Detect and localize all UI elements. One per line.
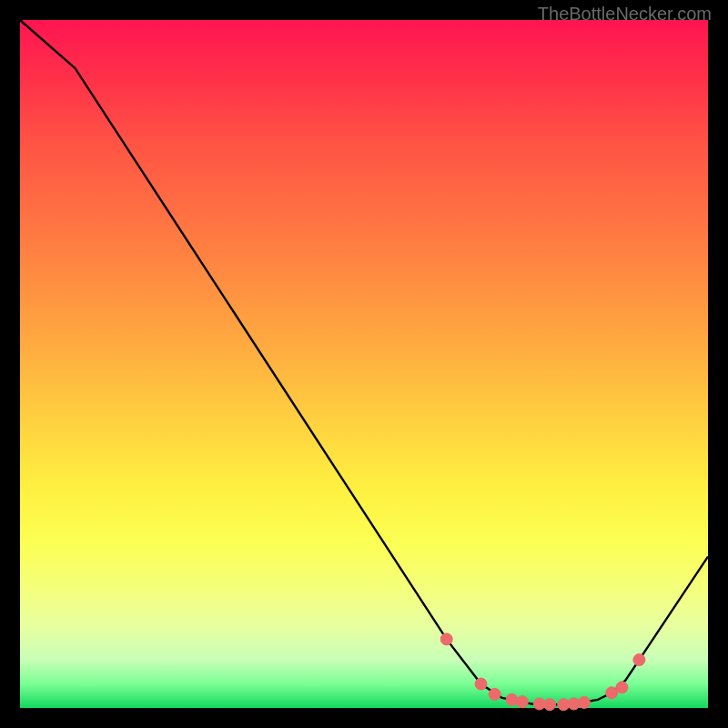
curve-marker — [489, 688, 500, 700]
curve-marker — [578, 696, 590, 708]
plot-area — [20, 20, 708, 708]
curve-marker — [544, 699, 556, 711]
chart-svg — [20, 20, 708, 708]
curve-marker — [633, 654, 645, 666]
bottleneck-curve — [20, 20, 708, 704]
curve-marker — [440, 633, 452, 645]
curve-marker — [506, 693, 518, 705]
curve-marker — [616, 682, 628, 693]
curve-marker — [475, 678, 487, 690]
attribution-text: TheBottleNecker.com — [538, 4, 712, 25]
curve-marker — [516, 696, 528, 708]
